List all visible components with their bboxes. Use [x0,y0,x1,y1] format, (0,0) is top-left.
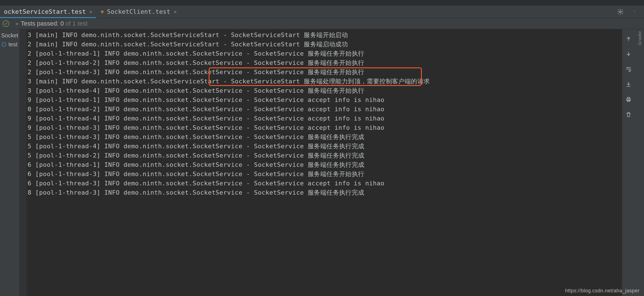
svg-line-11 [2,45,3,46]
tree-node-root[interactable]: Socket [0,31,19,40]
expand-status-icon[interactable]: » [12,20,17,27]
tests-passed-text: Tests passed: 0 of 1 test [21,20,87,27]
tests-count: 0 [60,20,64,27]
body: Socket [0,29,644,296]
tab-label: SocketClient.test [107,8,170,15]
svg-line-10 [5,45,6,46]
svg-rect-15 [627,97,629,99]
side-toolwindow-label[interactable]: Gradle [635,29,644,296]
print-icon[interactable] [625,95,632,103]
run-config-tabs: ocketServiceStart.test × SocketClient.te… [0,6,644,18]
console-line: 9 [pool-1-thread-3] INFO demo.ninth.sock… [28,123,622,132]
test-status-bar: » Tests passed: 0 of 1 test [0,18,644,29]
tests-suffix: of 1 test [64,20,87,27]
console-line: 6 [pool-1-thread-3] INFO demo.ninth.sock… [28,179,622,188]
svg-rect-3 [634,11,635,11]
tests-prefix: Tests passed: [21,20,60,27]
svg-line-12 [5,43,6,44]
console-output[interactable]: 3 [main] INFO demo.ninth.socket.SocketSe… [26,29,622,296]
run-tab-0[interactable]: ocketServiceStart.test × [0,6,96,18]
console-line: 5 [pool-1-thread-4] INFO demo.ninth.sock… [28,142,622,151]
console-line: 5 [pool-1-thread-3] INFO demo.ninth.sock… [28,132,622,142]
console-line: 9 [pool-1-thread-4] INFO demo.ninth.sock… [28,114,622,123]
console-toolbar [622,29,635,296]
tab-label: ocketServiceStart.test [4,8,86,15]
console-line: 6 [pool-1-thread-3] INFO demo.ninth.sock… [28,169,622,179]
console-line: 0 [pool-1-thread-2] INFO demo.ninth.sock… [28,104,622,114]
svg-marker-0 [101,10,102,13]
watermark: https://blog.csdn.net/aha_jasper [565,288,640,294]
status-ok-icon [2,20,10,27]
minimize-icon[interactable] [631,8,638,16]
close-icon[interactable]: × [88,9,92,15]
console-line: 2 [main] INFO demo.ninth.socket.SocketSe… [28,40,622,49]
ide-test-runner: ocketServiceStart.test × SocketClient.te… [0,0,644,296]
svg-point-2 [620,11,621,13]
run-tab-1[interactable]: SocketClient.test × [96,6,181,18]
run-config-icon [100,10,105,14]
tree-node-label: test [8,41,17,48]
console-line: 5 [pool-1-thread-2] INFO demo.ninth.sock… [28,151,622,160]
console-text: 3 [main] INFO demo.ninth.socket.SocketSe… [26,29,622,198]
console-line: 2 [pool-1-thread-1] INFO demo.ninth.sock… [28,49,622,58]
console-line: 3 [main] INFO demo.ninth.socket.SocketSe… [28,30,622,40]
console-gutter [20,29,26,296]
console-line: 2 [pool-1-thread-2] INFO demo.ninth.sock… [28,58,622,67]
top-divider [0,0,644,6]
console-line: 8 [pool-1-thread-3] INFO demo.ninth.sock… [28,188,622,197]
side-label-text: Gradle [637,31,642,45]
scroll-to-end-icon[interactable] [625,80,632,88]
clear-all-icon[interactable] [625,111,632,119]
scroll-down-icon[interactable] [625,50,632,58]
soft-wrap-icon[interactable] [625,65,632,73]
settings-icon[interactable] [616,8,624,16]
console-line: 9 [pool-1-thread-1] INFO demo.ninth.sock… [28,95,622,104]
tree-node-test[interactable]: test [0,40,19,49]
scroll-up-icon[interactable] [625,35,632,43]
svg-marker-1 [102,10,104,13]
console-line: 2 [pool-1-thread-3] INFO demo.ninth.sock… [28,67,622,77]
running-spinner-icon [1,42,7,47]
console-line: 6 [pool-1-thread-1] INFO demo.ninth.sock… [28,160,622,169]
console-line: 3 [pool-1-thread-4] INFO demo.ninth.sock… [28,86,622,95]
console-line: 3 [main] INFO demo.ninth.socket.SocketSe… [28,77,622,86]
close-icon[interactable]: × [172,9,177,15]
test-tree: Socket [0,29,20,296]
svg-line-9 [2,43,3,44]
tab-actions [616,8,644,16]
tree-node-label: Socket [1,32,18,39]
